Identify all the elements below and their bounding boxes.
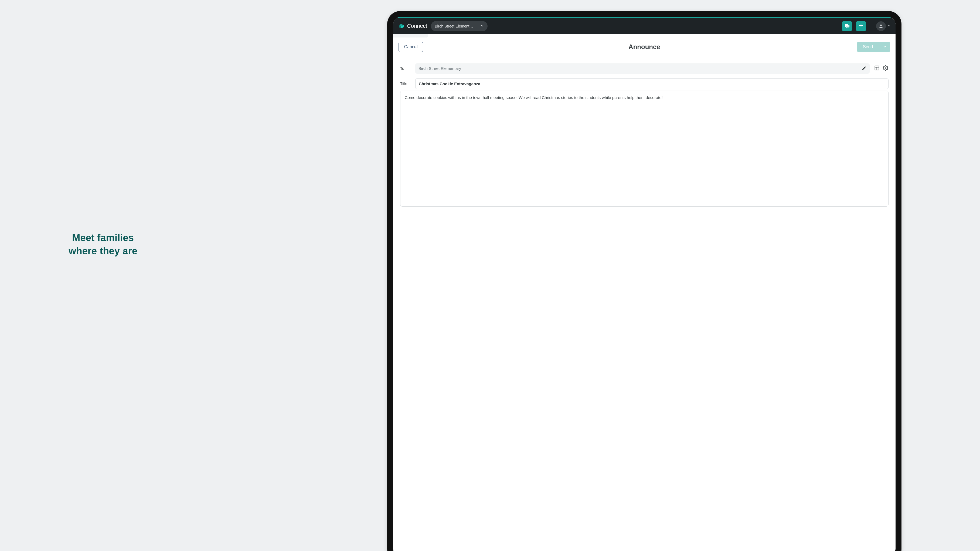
chevron-down-icon (883, 45, 887, 49)
send-button[interactable]: Send (857, 42, 879, 52)
to-row: To Birch Street Elementary (400, 64, 889, 74)
title-row: Title (400, 78, 889, 89)
to-value: Birch Street Elementary (418, 66, 461, 71)
compose-form: To Birch Street Elementary (393, 56, 896, 89)
pencil-icon[interactable] (862, 66, 866, 71)
school-selector-value: Birch Street Element… (435, 24, 473, 28)
svg-point-2 (880, 25, 882, 26)
svg-point-6 (885, 67, 886, 68)
chat-icon (844, 23, 850, 29)
body-editor[interactable]: Come decorate cookies with us in the tow… (400, 91, 889, 206)
title-label: Title (400, 81, 411, 86)
app-topbar: Connect Birch Street Element… (393, 18, 896, 34)
app-screen: Connect Birch Street Element… (393, 17, 896, 551)
page-title: Announce (628, 43, 660, 51)
gear-icon (883, 65, 888, 72)
layout-icon (874, 65, 880, 72)
marketing-tagline: Meet families where they are (68, 232, 137, 257)
title-input[interactable] (415, 78, 889, 89)
send-options-button[interactable] (879, 42, 890, 52)
messages-button[interactable] (842, 21, 852, 31)
topbar-divider (871, 23, 871, 29)
school-selector[interactable]: Birch Street Element… (431, 21, 488, 31)
chevron-down-icon (480, 24, 484, 28)
settings-button[interactable] (883, 65, 889, 71)
cancel-button[interactable]: Cancel (399, 42, 423, 52)
to-field[interactable]: Birch Street Elementary (415, 64, 870, 74)
app-name: Connect (407, 23, 427, 29)
chevron-down-icon (888, 24, 891, 29)
avatar (876, 21, 886, 31)
tablet-frame: Connect Birch Street Element… (387, 11, 902, 551)
to-label: To (400, 66, 411, 71)
marketing-stage: Meet families where they are Connect (0, 0, 980, 551)
send-group: Send (857, 42, 890, 52)
plus-icon (859, 23, 864, 29)
app-logo[interactable]: Connect (398, 23, 427, 29)
template-button[interactable] (874, 65, 880, 71)
tab-strip (393, 34, 896, 38)
create-button[interactable] (856, 21, 866, 31)
compose-actionbar: Cancel Announce Send (393, 38, 896, 56)
user-menu[interactable] (876, 21, 891, 31)
svg-rect-3 (875, 66, 879, 70)
box-logo-icon (398, 23, 404, 29)
